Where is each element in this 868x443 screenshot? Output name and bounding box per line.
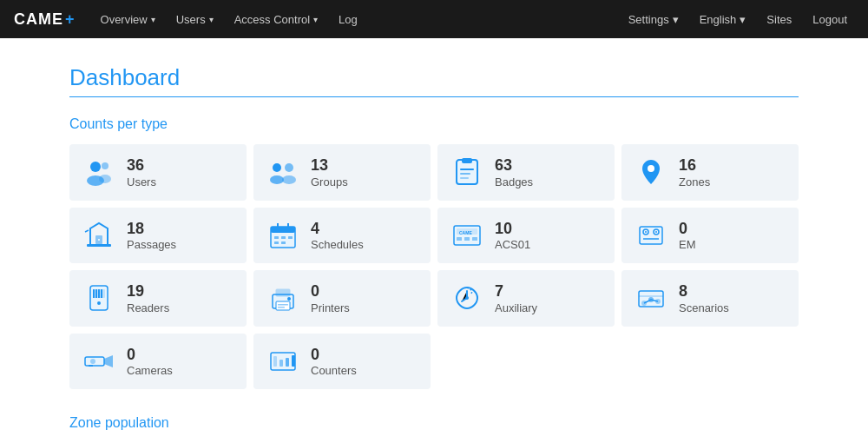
svg-rect-22 xyxy=(281,236,286,239)
count-label: Printers xyxy=(311,301,350,314)
count-card-readers[interactable]: 19 Readers xyxy=(69,270,247,327)
svg-rect-11 xyxy=(460,173,470,175)
svg-point-59 xyxy=(90,359,95,364)
count-card-passages[interactable]: 18 Passages xyxy=(69,208,247,264)
count-number: 0 xyxy=(679,220,696,239)
nav-links: Overview▾Users▾Access Control▾Log xyxy=(92,8,621,31)
svg-point-13 xyxy=(648,165,654,172)
zone-section-title: Zone population xyxy=(69,415,799,431)
page-title: Dashboard xyxy=(69,64,799,91)
svg-point-6 xyxy=(285,163,293,172)
nav-item-access-control[interactable]: Access Control▾ xyxy=(226,8,326,31)
nav-item-log[interactable]: Log xyxy=(330,8,366,31)
count-card-badges[interactable]: 63 Badges xyxy=(437,144,615,201)
count-card-schedules[interactable]: 4 Schedules xyxy=(253,208,431,264)
svg-rect-47 xyxy=(276,301,290,310)
svg-rect-23 xyxy=(288,236,293,239)
count-label: Passages xyxy=(127,238,176,251)
svg-rect-64 xyxy=(286,358,289,367)
count-label: Zones xyxy=(679,175,710,188)
nav-right-english[interactable]: English▾ xyxy=(693,8,753,31)
svg-rect-42 xyxy=(98,289,100,298)
navbar: CAME + Overview▾Users▾Access Control▾Log… xyxy=(0,0,868,38)
svg-rect-60 xyxy=(89,365,93,367)
count-number: 13 xyxy=(311,156,348,175)
zones-icon xyxy=(635,156,667,188)
svg-rect-46 xyxy=(276,289,290,296)
svg-point-2 xyxy=(102,162,108,169)
svg-point-3 xyxy=(99,175,111,183)
count-label: Users xyxy=(127,175,156,188)
count-number: 0 xyxy=(311,282,350,301)
count-label: Readers xyxy=(127,301,169,314)
count-number: 18 xyxy=(127,220,176,239)
counts-section-title: Counts per type xyxy=(69,116,799,132)
count-number: 19 xyxy=(127,282,169,301)
svg-rect-8 xyxy=(457,160,477,184)
count-card-zones[interactable]: 16 Zones xyxy=(621,144,799,201)
svg-text:CAME: CAME xyxy=(459,230,472,235)
count-label: Schedules xyxy=(311,238,364,251)
nav-right-sites[interactable]: Sites xyxy=(760,8,799,31)
count-number: 36 xyxy=(127,156,156,175)
count-card-em[interactable]: 0 EM xyxy=(621,208,799,264)
count-number: 63 xyxy=(495,156,533,175)
count-number: 7 xyxy=(495,282,537,301)
svg-rect-43 xyxy=(101,289,102,298)
cameras-icon xyxy=(83,346,115,377)
svg-point-50 xyxy=(287,297,291,301)
count-number: 8 xyxy=(679,282,729,301)
count-label: Scenarios xyxy=(679,301,729,314)
counters-icon xyxy=(267,346,299,377)
nav-item-overview[interactable]: Overview▾ xyxy=(92,8,164,31)
count-card-printers[interactable]: 0 Printers xyxy=(253,270,431,327)
svg-rect-24 xyxy=(274,241,279,244)
svg-point-5 xyxy=(270,175,284,184)
svg-rect-18 xyxy=(271,227,295,233)
scenarios-icon xyxy=(635,282,667,314)
auxiliary-icon xyxy=(451,282,483,314)
printers-icon xyxy=(267,282,299,314)
svg-point-51 xyxy=(465,296,469,300)
svg-point-4 xyxy=(273,163,281,172)
badges-icon xyxy=(451,156,483,188)
count-number: 0 xyxy=(127,346,173,365)
svg-rect-62 xyxy=(273,356,277,367)
count-card-groups[interactable]: 13 Groups xyxy=(253,144,431,201)
svg-rect-30 xyxy=(464,237,470,241)
nav-right: Settings▾English▾SitesLogout xyxy=(621,8,854,31)
users-icon xyxy=(83,156,115,188)
count-number: 0 xyxy=(311,346,357,365)
count-card-users[interactable]: 36 Users xyxy=(69,144,247,201)
svg-rect-9 xyxy=(462,158,472,163)
svg-rect-14 xyxy=(87,244,111,247)
svg-rect-40 xyxy=(93,289,95,298)
svg-rect-65 xyxy=(292,355,295,367)
nav-right-settings[interactable]: Settings▾ xyxy=(621,8,686,31)
svg-rect-21 xyxy=(274,236,279,239)
svg-point-44 xyxy=(97,301,101,305)
nav-right-logout[interactable]: Logout xyxy=(806,8,854,31)
passages-icon xyxy=(83,220,115,251)
count-label: Counters xyxy=(311,364,357,377)
svg-rect-25 xyxy=(281,241,286,244)
count-card-cameras[interactable]: 0 Cameras xyxy=(69,334,247,390)
em-icon xyxy=(635,220,667,251)
count-card-counters[interactable]: 0 Counters xyxy=(253,334,431,390)
count-label: ACS01 xyxy=(495,238,530,251)
svg-rect-31 xyxy=(472,237,477,241)
nav-item-users[interactable]: Users▾ xyxy=(168,8,222,31)
readers-icon xyxy=(83,282,115,314)
count-label: Auxiliary xyxy=(495,301,537,314)
counts-grid: 36 Users 13 Groups 63 Badges xyxy=(69,144,799,389)
count-card-scenarios[interactable]: 8 Scenarios xyxy=(621,270,799,327)
count-label: Groups xyxy=(311,175,348,188)
count-number: 10 xyxy=(495,220,530,239)
count-card-auxiliary[interactable]: 7 Auxiliary xyxy=(437,270,615,327)
count-card-acs01[interactable]: CAME 10 ACS01 xyxy=(437,208,615,264)
count-label: Badges xyxy=(495,175,533,188)
svg-rect-63 xyxy=(279,360,283,367)
count-label: Cameras xyxy=(127,364,173,377)
title-divider xyxy=(69,96,799,97)
svg-rect-12 xyxy=(460,177,469,179)
